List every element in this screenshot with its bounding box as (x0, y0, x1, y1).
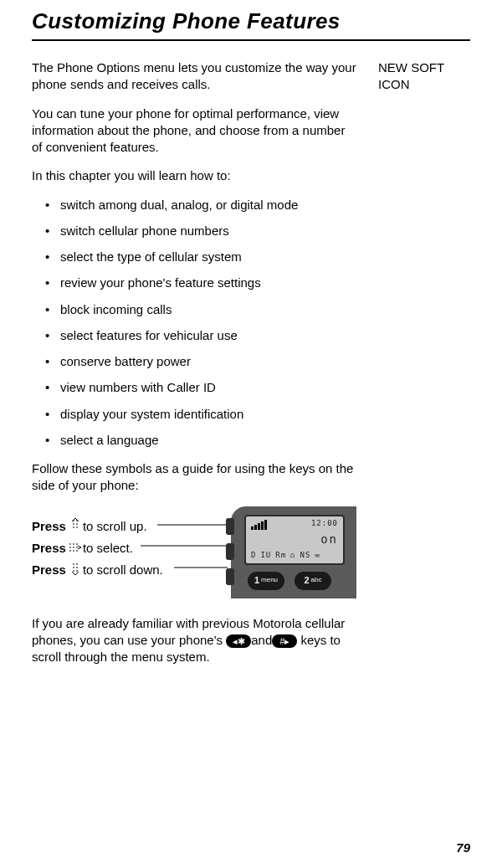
list-item: switch cellular phone numbers (32, 223, 356, 239)
press-scroll-up-text: to scroll up. (83, 518, 147, 535)
list-item: select the type of cellular system (32, 249, 356, 265)
phone-screen: 12:00 on D IU Rm ⌂ NS ✉ (244, 515, 345, 565)
list-item: select features for vehicular use (32, 327, 356, 344)
side-column: NEW SOFT ICON (378, 59, 470, 677)
screen-time: 12:00 (311, 518, 338, 528)
press-label: Press (32, 562, 66, 578)
intro-para-2: You can tune your phone for optimal perf… (32, 105, 356, 157)
screen-on-text: on (320, 532, 338, 547)
tail-para: If you are already familiar with previou… (32, 615, 356, 666)
press-scroll-down-text: to scroll down. (83, 562, 163, 578)
list-item: display your system identification (32, 406, 356, 423)
home-icon: ⌂ (290, 550, 295, 560)
feature-list: switch among dual, analog, or digital mo… (32, 197, 356, 449)
list-item: review your phone's feature settings (32, 275, 356, 291)
status-iu: IU (260, 550, 271, 560)
list-item: switch among dual, analog, or digital mo… (32, 197, 356, 213)
list-item: conserve battery power (32, 353, 356, 370)
key-1-sub: menu (261, 576, 278, 585)
star-key-icon: ◂✱ (226, 634, 251, 648)
press-select-line: Press to select. (32, 540, 133, 557)
press-scroll-down-line: Press to scroll down. (32, 562, 163, 579)
phone-key-1: 1 menu (248, 572, 284, 590)
press-label: Press (32, 518, 66, 535)
phone-key-2: 2 abc (295, 572, 331, 590)
scroll-down-icon (69, 562, 81, 579)
scroll-up-icon (69, 518, 81, 536)
page-number: 79 (456, 840, 470, 855)
tail-and: and (251, 633, 272, 647)
phone-side-buttons (226, 518, 234, 585)
press-label: Press (32, 540, 66, 557)
side-note: NEW SOFT ICON (378, 59, 470, 92)
phone-keys: 1 menu 2 abc (248, 572, 331, 590)
press-select-text: to select. (83, 540, 133, 557)
press-diagram: Press to scroll up. Press to select. Pre… (32, 506, 356, 607)
signal-bars-icon (251, 520, 267, 530)
screen-status-row: D IU Rm ⌂ NS ✉ (251, 550, 341, 560)
list-item: select a language (32, 432, 356, 449)
select-icon (69, 540, 81, 557)
intro-para-3: In this chapter you will learn how to: (32, 167, 356, 184)
follow-symbols-para: Follow these symbols as a guide for usin… (32, 460, 356, 495)
list-item: block incoming calls (32, 301, 356, 318)
phone-side-button-up (226, 518, 234, 535)
key-2-num: 2 (304, 574, 309, 587)
key-1-num: 1 (254, 574, 259, 587)
status-ns: NS (300, 550, 311, 560)
main-column: The Phone Options menu lets you customiz… (32, 59, 356, 677)
intro-para-1: The Phone Options menu lets you customiz… (32, 59, 356, 94)
status-rm: Rm (275, 550, 286, 560)
press-scroll-up-line: Press to scroll up. (32, 518, 147, 536)
mail-icon: ✉ (315, 550, 320, 560)
phone-side-button-select (226, 543, 234, 560)
title-rule (32, 39, 470, 41)
key-2-sub: abc (311, 576, 322, 585)
phone-illustration: 12:00 on D IU Rm ⌂ NS ✉ 1 (214, 506, 356, 598)
phone-side-button-down (226, 568, 234, 585)
status-d: D (251, 550, 256, 560)
list-item: view numbers with Caller ID (32, 379, 356, 396)
page-title: Customizing Phone Features (32, 8, 470, 34)
hash-key-icon: #▸ (272, 634, 297, 648)
